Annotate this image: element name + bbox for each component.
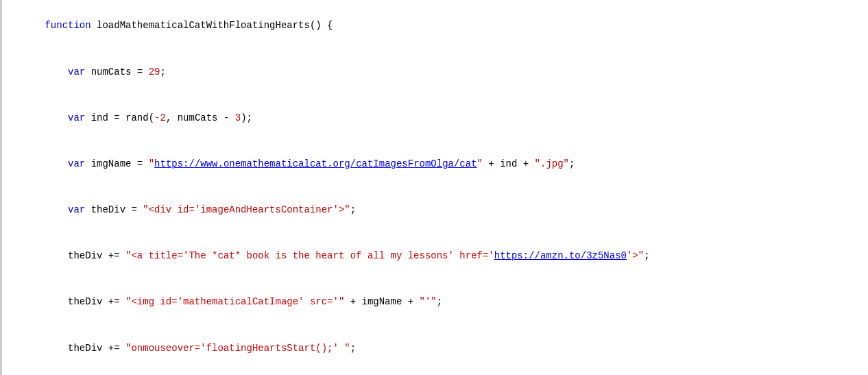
code-line-5: var theDiv = "<div id='imageAndHeartsCon… [2, 187, 868, 233]
indent-4 [45, 158, 68, 169]
code-editor: function loadMathematicalCatWithFloating… [0, 0, 868, 375]
line-3-content: var ind = rand(-2, numCats - 3); [8, 95, 868, 141]
link-cat-images[interactable]: https://www.onemathematicalcat.org/catIm… [154, 158, 477, 169]
line-6-content: theDiv += "<a title='The *cat* book is t… [8, 233, 868, 279]
line-9-content: theDiv += "onmouseout='floatingHeartsEnd… [8, 371, 868, 375]
code-line-2: var numCats = 29; [2, 49, 868, 95]
code-line-4: var imgName = "https://www.onemathematic… [2, 141, 868, 187]
indent-2 [45, 66, 68, 77]
line-1-rest: loadMathematicalCatWithFloatingHearts() … [91, 20, 333, 31]
code-line-1: function loadMathematicalCatWithFloating… [2, 3, 868, 49]
code-line-3: var ind = rand(-2, numCats - 3); [2, 95, 868, 141]
indent-8 [45, 343, 68, 354]
indent-7 [45, 296, 68, 307]
code-line-7: theDiv += "<img id='mathematicalCatImage… [2, 279, 868, 325]
keyword-function: function [45, 20, 91, 31]
num-29: 29 [149, 66, 160, 77]
indent-5 [45, 204, 68, 215]
line-2-rest: numCats = [85, 66, 148, 77]
code-line-8: theDiv += "onmouseover='floatingHeartsSt… [2, 325, 868, 371]
line-5-content: var theDiv = "<div id='imageAndHeartsCon… [8, 187, 868, 233]
keyword-var-3: var [68, 112, 85, 123]
keyword-var-5: var [68, 204, 85, 215]
indent-6 [45, 250, 68, 261]
keyword-var-2: var [68, 66, 85, 77]
line-8-content: theDiv += "onmouseover='floatingHeartsSt… [8, 325, 868, 371]
link-amzn[interactable]: https://amzn.to/3z5Nas0 [494, 250, 627, 261]
code-line-6: theDiv += "<a title='The *cat* book is t… [2, 233, 868, 279]
indent-3 [45, 112, 68, 123]
code-line-9: theDiv += "onmouseout='floatingHeartsEnd… [2, 371, 868, 375]
line-2-content: var numCats = 29; [8, 49, 868, 95]
line-1-content: function loadMathematicalCatWithFloating… [8, 3, 868, 49]
line-4-content: var imgName = "https://www.onemathematic… [8, 141, 868, 187]
keyword-var-4: var [68, 158, 85, 169]
line-7-content: theDiv += "<img id='mathematicalCatImage… [8, 279, 868, 325]
